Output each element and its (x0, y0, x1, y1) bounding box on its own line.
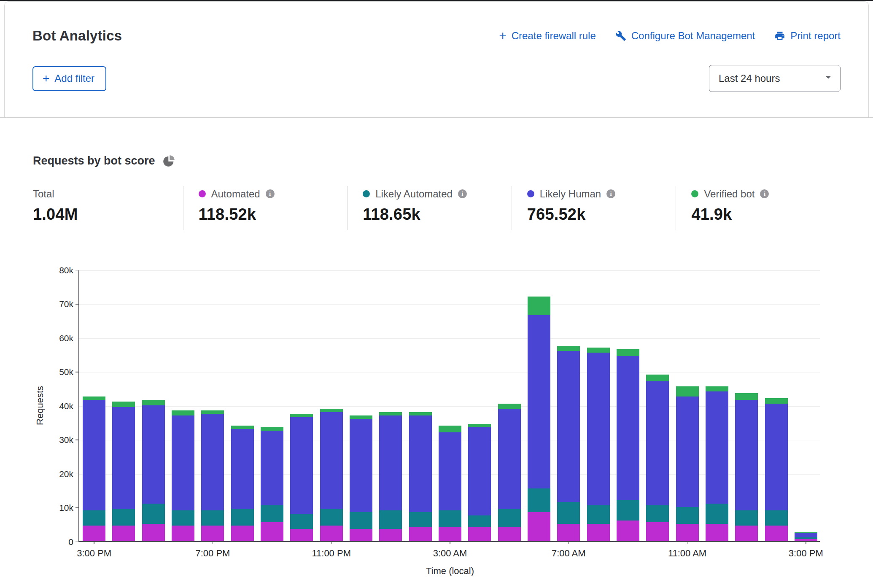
y-tick-mark (75, 372, 78, 372)
chart-bar-14[interactable] (498, 404, 521, 541)
automated-legend-dot (199, 190, 206, 197)
info-icon[interactable]: i (606, 189, 615, 198)
header-divider (0, 117, 873, 118)
chart-bar-8[interactable] (320, 409, 343, 541)
y-tick-mark (75, 474, 78, 475)
x-tick-mark (331, 541, 332, 544)
info-icon[interactable]: i (760, 189, 769, 198)
bar-segment-likely-human (735, 400, 758, 510)
chart-bar-1[interactable] (112, 402, 135, 541)
bar-segment-likely-human (350, 419, 372, 512)
chevron-down-icon (822, 71, 834, 86)
bar-segment-likely-human (676, 396, 699, 507)
chart-bar-4[interactable] (201, 410, 224, 541)
y-tick-mark (75, 270, 78, 271)
bar-segment-automated (83, 526, 105, 541)
stat-value: 1.04M (33, 205, 183, 224)
chart-bar-19[interactable] (646, 375, 669, 541)
plus-icon: + (43, 73, 49, 84)
y-tick-label: 80k (50, 265, 73, 275)
bar-segment-verified-bot (320, 409, 343, 412)
chart-bar-7[interactable] (290, 414, 313, 541)
print-report-label: Print report (790, 30, 841, 42)
bar-segment-likely-automated (261, 505, 283, 522)
stats-row: Total 1.04M Automated i 118.52k Likely A… (33, 186, 840, 230)
x-tick-mark (687, 541, 688, 544)
create-firewall-rule-label: Create firewall rule (512, 30, 596, 42)
section-title-row: Requests by bot score (33, 154, 840, 167)
plot-area: Requests Time (local) 010k20k30k40k50k60… (78, 270, 820, 542)
bar-segment-likely-automated (439, 510, 461, 527)
window-top-edge (0, 0, 873, 1)
x-tick-label: 11:00 PM (296, 548, 367, 559)
y-tick-mark (75, 406, 78, 407)
bar-segment-verified-bot (290, 414, 313, 417)
bar-segment-likely-automated (231, 509, 254, 526)
likely-automated-legend-dot (363, 190, 370, 197)
create-firewall-rule-link[interactable]: + Create firewall rule (499, 30, 596, 42)
chart-bar-9[interactable] (350, 415, 372, 541)
printer-icon (774, 30, 785, 41)
stat-value: 41.9k (691, 205, 840, 224)
chart-bar-17[interactable] (587, 348, 610, 541)
chart-bar-18[interactable] (617, 349, 639, 541)
info-icon[interactable]: i (458, 189, 467, 198)
bar-segment-likely-human (706, 391, 728, 504)
bar-segment-likely-human (557, 351, 580, 502)
chart-bar-24[interactable] (795, 532, 817, 541)
bar-segment-likely-automated (587, 505, 610, 524)
y-tick-label: 10k (50, 503, 73, 513)
bar-segment-verified-bot (557, 346, 580, 351)
page-title: Bot Analytics (32, 28, 122, 44)
x-tick-label: 3:00 PM (58, 548, 130, 559)
time-range-dropdown[interactable]: Last 24 hours (709, 65, 841, 92)
chart-bar-13[interactable] (468, 424, 491, 541)
add-filter-button[interactable]: + Add filter (32, 66, 106, 91)
y-tick-label: 30k (50, 435, 73, 445)
bar-segment-likely-human (439, 432, 461, 510)
pie-chart-icon[interactable] (163, 155, 175, 167)
chart-bar-15[interactable] (528, 297, 550, 541)
stat-value: 118.52k (199, 205, 348, 224)
chart-bar-20[interactable] (676, 386, 699, 541)
bar-segment-likely-automated (290, 514, 313, 529)
bar-segment-automated (290, 529, 313, 541)
likely-human-legend-dot (527, 190, 534, 197)
chart-bar-10[interactable] (379, 412, 402, 541)
bar-segment-verified-bot (350, 415, 372, 419)
bar-segment-verified-bot (379, 412, 402, 415)
chart-bar-3[interactable] (172, 410, 194, 541)
chart-bar-2[interactable] (142, 400, 165, 541)
bar-segment-automated (528, 512, 550, 541)
bar-segment-verified-bot (646, 375, 669, 381)
add-filter-label: Add filter (54, 73, 94, 84)
bar-segment-automated (735, 526, 758, 541)
x-tick-mark (806, 541, 806, 544)
bar-segment-likely-automated (765, 510, 788, 526)
chart-bar-22[interactable] (735, 393, 758, 541)
bar-segment-likely-automated (83, 510, 105, 526)
y-axis-label: Requests (34, 270, 46, 541)
bar-segment-likely-automated (557, 502, 580, 524)
bar-segment-likely-automated (498, 509, 521, 527)
chart-bar-21[interactable] (706, 386, 728, 541)
x-tick-label: 11:00 AM (652, 548, 723, 559)
chart-bar-0[interactable] (83, 396, 105, 541)
chart-bar-5[interactable] (231, 426, 254, 541)
info-icon[interactable]: i (266, 189, 275, 198)
bar-segment-verified-bot (765, 398, 788, 403)
configure-bot-management-label: Configure Bot Management (631, 30, 755, 42)
bar-segment-automated (409, 527, 432, 541)
bar-segment-verified-bot (468, 424, 491, 427)
configure-bot-management-link[interactable]: Configure Bot Management (615, 30, 755, 42)
chart-bar-23[interactable] (765, 398, 788, 541)
print-report-link[interactable]: Print report (774, 30, 841, 42)
chart-bar-12[interactable] (439, 426, 461, 541)
bar-segment-likely-automated (409, 512, 432, 527)
gridline (79, 304, 820, 305)
chart-bar-11[interactable] (409, 412, 432, 541)
bar-segment-verified-bot (587, 348, 610, 353)
bar-segment-likely-automated (201, 510, 224, 526)
chart-bar-6[interactable] (261, 427, 283, 541)
chart-bar-16[interactable] (557, 346, 580, 541)
